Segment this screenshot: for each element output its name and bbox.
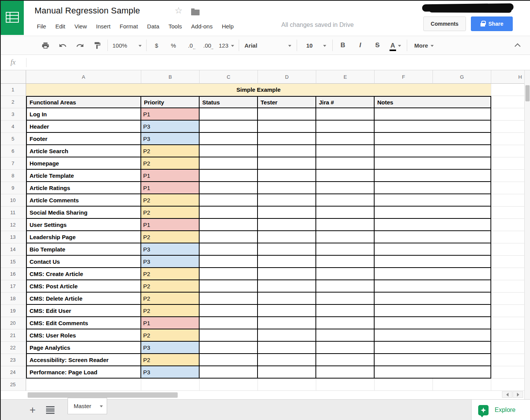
tester-cell[interactable] xyxy=(258,243,316,256)
area-cell[interactable]: CMS: Create Article xyxy=(26,268,141,280)
notes-cell[interactable] xyxy=(375,354,491,366)
tester-cell[interactable] xyxy=(258,293,316,305)
row-header-22[interactable]: 22 xyxy=(0,342,26,354)
cell[interactable] xyxy=(491,354,524,366)
row-header-1[interactable]: 1 xyxy=(0,84,26,96)
cell[interactable] xyxy=(491,121,524,133)
notes-cell[interactable] xyxy=(375,256,491,268)
priority-cell[interactable]: P3 xyxy=(141,121,200,133)
row-header-11[interactable]: 11 xyxy=(0,207,26,219)
status-cell[interactable] xyxy=(200,108,258,121)
menu-item-edit[interactable]: Edit xyxy=(51,23,70,30)
cell[interactable] xyxy=(491,207,524,219)
priority-cell[interactable]: P3 xyxy=(141,366,200,379)
row-header-25[interactable]: 25 xyxy=(0,379,26,391)
area-cell[interactable]: Accessibility: Screen Reader xyxy=(26,354,141,366)
status-cell[interactable] xyxy=(200,243,258,256)
vertical-scrollbar-thumb[interactable] xyxy=(525,85,530,101)
area-cell[interactable]: Article Template xyxy=(26,170,141,182)
formula-input[interactable] xyxy=(26,55,530,70)
jira-cell[interactable] xyxy=(316,293,375,305)
tester-cell[interactable] xyxy=(258,317,316,329)
row-header-4[interactable]: 4 xyxy=(0,121,26,133)
notes-cell[interactable] xyxy=(375,293,491,305)
priority-cell[interactable]: P2 xyxy=(141,194,200,207)
priority-cell[interactable]: P2 xyxy=(141,157,200,170)
priority-cell[interactable]: P3 xyxy=(141,342,200,354)
cell[interactable] xyxy=(258,379,316,391)
header-cell-priority[interactable]: Priority xyxy=(141,96,200,108)
increase-decimal-button[interactable]: .00→ xyxy=(199,36,216,55)
jira-cell[interactable] xyxy=(316,366,375,379)
jira-cell[interactable] xyxy=(316,231,375,243)
zoom-select[interactable]: 100% xyxy=(109,36,145,55)
cell[interactable] xyxy=(491,170,524,182)
jira-cell[interactable] xyxy=(316,317,375,329)
tester-cell[interactable] xyxy=(258,329,316,342)
tester-cell[interactable] xyxy=(258,108,316,121)
cell[interactable] xyxy=(316,379,375,391)
priority-cell[interactable]: P2 xyxy=(141,145,200,157)
tester-cell[interactable] xyxy=(258,157,316,170)
redo-button[interactable] xyxy=(71,36,89,55)
row-header-19[interactable]: 19 xyxy=(0,305,26,317)
tester-cell[interactable] xyxy=(258,145,316,157)
jira-cell[interactable] xyxy=(316,182,375,194)
status-cell[interactable] xyxy=(200,317,258,329)
jira-cell[interactable] xyxy=(316,194,375,207)
area-cell[interactable]: Footer xyxy=(26,133,141,145)
priority-cell[interactable]: P2 xyxy=(141,231,200,243)
jira-cell[interactable] xyxy=(316,219,375,231)
header-cell-tester[interactable]: Tester xyxy=(258,96,316,108)
status-cell[interactable] xyxy=(200,256,258,268)
paint-format-button[interactable] xyxy=(89,36,106,55)
area-cell[interactable]: Page Analytics xyxy=(26,342,141,354)
status-cell[interactable] xyxy=(200,194,258,207)
row-header-16[interactable]: 16 xyxy=(0,268,26,280)
notes-cell[interactable] xyxy=(375,342,491,354)
row-header-6[interactable]: 6 xyxy=(0,145,26,157)
tester-cell[interactable] xyxy=(258,219,316,231)
area-cell[interactable]: Bio Template xyxy=(26,243,141,256)
header-cell-functional-areas[interactable]: Functional Areas xyxy=(26,96,141,108)
notes-cell[interactable] xyxy=(375,170,491,182)
status-cell[interactable] xyxy=(200,207,258,219)
priority-cell[interactable]: P2 xyxy=(141,293,200,305)
notes-cell[interactable] xyxy=(375,121,491,133)
priority-cell[interactable]: P2 xyxy=(141,329,200,342)
share-button[interactable]: Share xyxy=(471,17,513,31)
tester-cell[interactable] xyxy=(258,280,316,293)
status-cell[interactable] xyxy=(200,219,258,231)
menu-item-insert[interactable]: Insert xyxy=(91,23,115,30)
area-cell[interactable]: Homepage xyxy=(26,157,141,170)
font-family-select[interactable]: Arial xyxy=(241,36,295,55)
notes-cell[interactable] xyxy=(375,231,491,243)
column-header-d[interactable]: D xyxy=(258,70,316,84)
cell[interactable] xyxy=(491,366,524,379)
add-sheet-button[interactable]: + xyxy=(27,404,38,416)
priority-cell[interactable]: P1 xyxy=(141,317,200,329)
status-cell[interactable] xyxy=(200,305,258,317)
area-cell[interactable]: CMS: Post Article xyxy=(26,280,141,293)
priority-cell[interactable]: P1 xyxy=(141,182,200,194)
comments-button[interactable]: Comments xyxy=(423,17,466,31)
column-header-c[interactable]: C xyxy=(200,70,258,84)
row-header-23[interactable]: 23 xyxy=(0,354,26,366)
tester-cell[interactable] xyxy=(258,366,316,379)
cell[interactable] xyxy=(491,293,524,305)
row-header-10[interactable]: 10 xyxy=(0,194,26,207)
area-cell[interactable]: Log In xyxy=(26,108,141,121)
cell[interactable] xyxy=(491,305,524,317)
row-header-5[interactable]: 5 xyxy=(0,133,26,145)
status-cell[interactable] xyxy=(200,170,258,182)
cell[interactable] xyxy=(141,379,200,391)
area-cell[interactable]: Article Comments xyxy=(26,194,141,207)
area-cell[interactable]: Social Media Sharing xyxy=(26,207,141,219)
star-icon[interactable] xyxy=(175,6,183,15)
notes-cell[interactable] xyxy=(375,268,491,280)
cell[interactable] xyxy=(26,379,141,391)
scroll-right-button[interactable] xyxy=(513,391,523,398)
jira-cell[interactable] xyxy=(316,145,375,157)
row-header-18[interactable]: 18 xyxy=(0,293,26,305)
column-header-a[interactable]: A xyxy=(26,70,141,84)
